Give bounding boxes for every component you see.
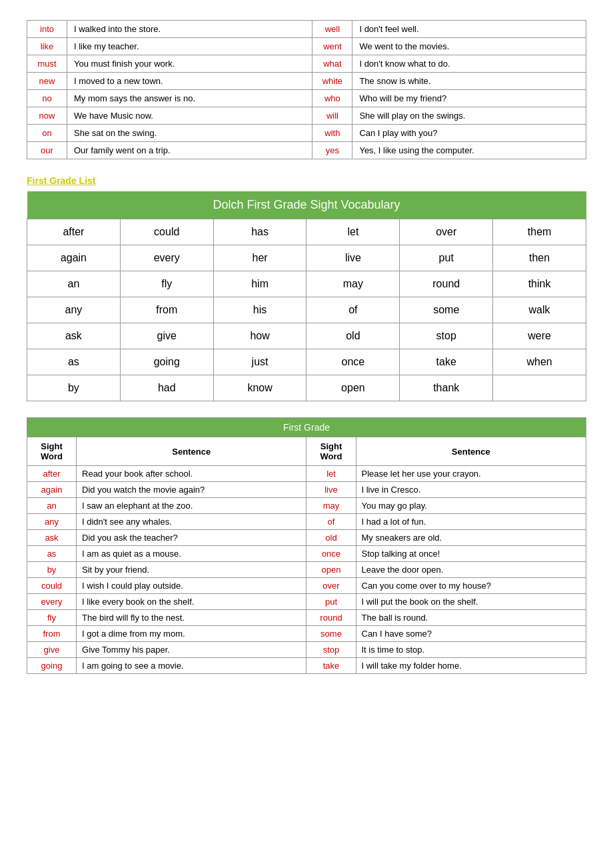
sentence-row: againDid you watch the movie again?liveI… <box>27 482 586 498</box>
dolch-word: as <box>27 349 121 375</box>
dolch-word: just <box>213 349 306 375</box>
dolch-word: put <box>400 245 493 271</box>
sentence-text: Did you watch the movie again? <box>77 482 306 498</box>
sentence-text: The bird will fly to the nest. <box>77 610 306 626</box>
vocab-row: no My mom says the answer is no. who Who… <box>27 90 586 107</box>
sentence-row: bySit by your friend.openLeave the door … <box>27 562 586 578</box>
dolch-row: againeveryherliveputthen <box>27 245 586 271</box>
dolch-word: ask <box>27 323 121 349</box>
vocab-sentence: My mom says the answer is no. <box>67 90 312 107</box>
vocab-word: will <box>312 107 352 125</box>
sentence-text: I wish I could play outside. <box>77 578 306 594</box>
dolch-word: stop <box>400 323 493 349</box>
sight-word: old <box>306 530 356 546</box>
sentence-row: giveGive Tommy his paper.stopIt is time … <box>27 642 586 658</box>
dolch-word: by <box>27 375 121 401</box>
sentence-text: I will take my folder home. <box>356 658 586 674</box>
vocab-word: went <box>312 38 352 55</box>
vocab-row: new I moved to a new town. white The sno… <box>27 73 586 90</box>
sentence-row: anI saw an elephant at the zoo.mayYou ma… <box>27 498 586 514</box>
sentences-table: First GradeSightWordSentenceSightWordSen… <box>27 417 586 674</box>
dolch-word: her <box>213 245 306 271</box>
sight-word: round <box>306 610 356 626</box>
first-grade-heading: First Grade List <box>27 175 586 186</box>
vocab-word: on <box>27 125 67 142</box>
sentence-text: I am going to see a movie. <box>77 658 306 674</box>
sight-word: fly <box>27 610 77 626</box>
dolch-word: once <box>306 349 400 375</box>
vocab-row: must You must finish your work. what I d… <box>27 55 586 73</box>
vocab-sentence: She will play on the swings. <box>352 107 586 125</box>
sentence-row: goingI am going to see a movie.takeI wil… <box>27 658 586 674</box>
sentence-text: Read your book after school. <box>77 466 306 482</box>
dolch-word: could <box>120 219 213 245</box>
sight-word: let <box>306 466 356 482</box>
sentence-text: I will put the book on the shelf. <box>356 594 586 610</box>
dolch-table: Dolch First Grade Sight Vocabulary after… <box>27 191 586 401</box>
dolch-word: take <box>400 349 493 375</box>
vocab-row: on She sat on the swing. with Can I play… <box>27 125 586 142</box>
dolch-word: round <box>400 271 493 297</box>
sentence-text: Leave the door open. <box>356 562 586 578</box>
dolch-word: had <box>120 375 213 401</box>
sentences-section-header: First Grade <box>27 418 586 437</box>
sight-word: over <box>306 578 356 594</box>
sentence-text: Can I have some? <box>356 626 586 642</box>
dolch-word: walk <box>493 297 586 323</box>
vocab-sentence: I moved to a new town. <box>67 73 312 90</box>
sentence-row: afterRead your book after school.letPlea… <box>27 466 586 482</box>
dolch-word: after <box>27 219 121 245</box>
dolch-header-row: Dolch First Grade Sight Vocabulary <box>27 191 586 219</box>
dolch-word: again <box>27 245 121 271</box>
dolch-word: thank <box>400 375 493 401</box>
dolch-word: some <box>400 297 493 323</box>
sentence-text: I had a lot of fun. <box>356 514 586 530</box>
sentence-text: Did you ask the teacher? <box>77 530 306 546</box>
sentence-text: I saw an elephant at the zoo. <box>77 498 306 514</box>
sight-word: take <box>306 658 356 674</box>
sentence-row: askDid you ask the teacher?oldMy sneaker… <box>27 530 586 546</box>
sight-word: once <box>306 546 356 562</box>
sentence-text: Stop talking at once! <box>356 546 586 562</box>
sentence-text: You may go play. <box>356 498 586 514</box>
dolch-row: anyfromhisofsomewalk <box>27 297 586 323</box>
sight-word: open <box>306 562 356 578</box>
sight-word: from <box>27 626 77 642</box>
dolch-word: him <box>213 271 306 297</box>
sight-word: some <box>306 626 356 642</box>
sentence-row: asI am as quiet as a mouse.onceStop talk… <box>27 546 586 562</box>
dolch-word: them <box>493 219 586 245</box>
dolch-word: give <box>120 323 213 349</box>
vocab-word: who <box>312 90 352 107</box>
sentence-row: anyI didn't see any whales.ofI had a lot… <box>27 514 586 530</box>
dolch-word: of <box>306 297 400 323</box>
dolch-row: aftercouldhasletoverthem <box>27 219 586 245</box>
vocab-word: what <box>312 55 352 73</box>
sight-word: live <box>306 482 356 498</box>
sight-word: going <box>27 658 77 674</box>
dolch-row: askgivehowoldstopwere <box>27 323 586 349</box>
sight-word: by <box>27 562 77 578</box>
sentence-text: I like every book on the shelf. <box>77 594 306 610</box>
dolch-word: think <box>493 271 586 297</box>
vocab-sentence: Who will be my friend? <box>352 90 586 107</box>
dolch-word: let <box>306 219 400 245</box>
vocab-word: into <box>27 21 67 38</box>
dolch-word <box>493 375 586 401</box>
dolch-word: an <box>27 271 121 297</box>
vocab-word: like <box>27 38 67 55</box>
vocab-sentence: The snow is white. <box>352 73 586 90</box>
dolch-word: from <box>120 297 213 323</box>
vocab-word: our <box>27 142 67 159</box>
dolch-word: going <box>120 349 213 375</box>
vocab-sentence: Yes, I like using the computer. <box>352 142 586 159</box>
dolch-word: were <box>493 323 586 349</box>
sentence-text: Give Tommy his paper. <box>77 642 306 658</box>
col-header-cell: Sentence <box>77 437 306 466</box>
vocab-row: our Our family went on a trip. yes Yes, … <box>27 142 586 159</box>
sentence-text: Please let her use your crayon. <box>356 466 586 482</box>
vocab-sentence: We went to the movies. <box>352 38 586 55</box>
vocab-word: with <box>312 125 352 142</box>
sentence-text: I got a dime from my mom. <box>77 626 306 642</box>
vocab-row: like I like my teacher. went We went to … <box>27 38 586 55</box>
